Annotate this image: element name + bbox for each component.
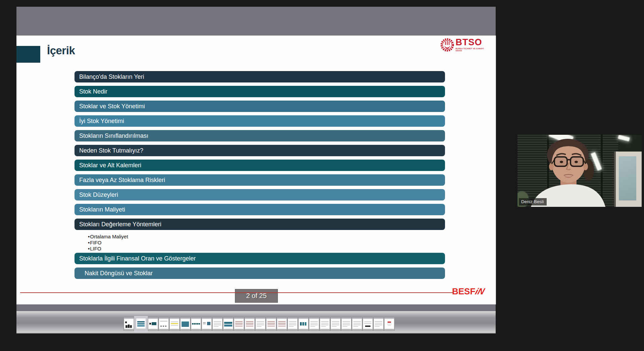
slide-thumbnail[interactable] [287, 317, 298, 331]
slide-thumbnail-page [256, 319, 265, 329]
toc-subitem: FIFO [88, 240, 445, 246]
slide-thumbnail[interactable] [244, 317, 255, 331]
participant-video-tile[interactable]: Deniz Besli [517, 135, 642, 207]
slide-thumbnail[interactable] [373, 317, 384, 331]
slide-thumbnail[interactable] [352, 317, 362, 331]
toc-item: Fazla veya Az Stoklama Riskleri [75, 174, 445, 186]
slide-thumbnail-page [266, 319, 276, 329]
slide-thumbnail[interactable] [169, 317, 180, 331]
slide-thumbnail-page [234, 319, 244, 329]
toc-item: Neden Stok Tutmalıyız? [75, 145, 445, 156]
btso-logo-text: BTSO [455, 37, 482, 47]
toc-item: Nakit Döngüsü ve Stoklar [75, 268, 445, 279]
toc-item: Stok Nedir [75, 86, 445, 97]
slide-thumbnail[interactable] [277, 317, 287, 331]
slide-title: İçerik [47, 44, 75, 57]
slide-thumbnail[interactable] [266, 317, 277, 331]
toc-subitem: LIFO [88, 246, 445, 252]
toc-list: Bilanço'da Stokların YeriStok NedirStokl… [75, 71, 445, 282]
slide-thumbnail[interactable] [212, 317, 223, 331]
besfin-logo-text: BESF [452, 286, 475, 296]
slide-thumbnail[interactable] [298, 317, 309, 331]
slide-thumbnail[interactable] [148, 317, 158, 331]
slide-thumbnail-page [181, 319, 190, 329]
title-accent-block [16, 46, 40, 63]
slide-thumbnail-page [385, 319, 394, 329]
slide-thumbnail[interactable] [223, 317, 234, 331]
screen-share-region: İçerik BTSO BURSA TİCARET VE SANAYİ ODAS… [16, 7, 496, 334]
page-indicator: 2 of 25 [235, 289, 278, 303]
toc-subitem: Ortalama Maliyet [88, 234, 445, 240]
toc-subitems: Ortalama MaliyetFIFOLIFO [75, 233, 445, 253]
slide-thumbnail[interactable] [123, 317, 134, 331]
slide-thumbnail-page [213, 319, 222, 329]
slide-thumbnail-page [352, 319, 362, 329]
slide-thumbnail[interactable] [191, 317, 201, 331]
toc-item: Stok Düzeyleri [75, 189, 445, 200]
slide-thumbnail-page [202, 319, 211, 329]
slide-thumbnail-selected[interactable] [134, 316, 148, 332]
btso-emblem-icon [440, 38, 454, 52]
slide-thumbnail-page [136, 318, 146, 329]
slide-filmstrip [16, 311, 496, 334]
participant-avatar [517, 135, 642, 207]
presentation-chrome-top [16, 7, 496, 36]
btso-logo-subtext: BURSA TİCARET VE SANAYİ ODASI [455, 48, 491, 52]
slide-thumbnail-page [342, 319, 351, 329]
slide-thumbnail[interactable] [384, 317, 395, 331]
btso-logo: BTSO BURSA TİCARET VE SANAYİ ODASI [440, 37, 491, 55]
slide: İçerik BTSO BURSA TİCARET VE SANAYİ ODAS… [16, 36, 496, 304]
toc-item: İyi Stok Yönetimi [75, 115, 445, 127]
slide-thumbnail[interactable] [234, 317, 244, 331]
toc-item: Stokların Maliyeti [75, 204, 445, 215]
slide-thumbnail-page [331, 319, 340, 329]
slide-thumbnail-page [309, 319, 319, 329]
slide-thumbnail-page [170, 319, 179, 329]
slide-thumbnail-page [299, 319, 308, 329]
slide-thumbnail-page [245, 319, 254, 329]
slide-thumbnail-page [374, 319, 383, 329]
meeting-stage: İçerik BTSO BURSA TİCARET VE SANAYİ ODAS… [0, 0, 644, 351]
slide-thumbnail[interactable] [330, 317, 341, 331]
slide-thumbnail[interactable] [309, 317, 319, 331]
slide-thumbnail-page [320, 319, 330, 329]
footer-accent-line [20, 292, 453, 293]
slide-thumbnail[interactable] [319, 317, 330, 331]
toc-item: Stoklarla İlgili Finansal Oran ve Göster… [75, 253, 445, 264]
besfin-logo-suffix: iN [474, 286, 486, 297]
slide-thumbnail[interactable] [341, 317, 352, 331]
slide-thumbnail[interactable] [180, 317, 191, 331]
slide-thumbnail[interactable] [362, 317, 373, 331]
slide-thumbnail-page [124, 319, 134, 329]
slide-thumbnail-page [159, 319, 168, 329]
slide-thumbnail-page [191, 319, 201, 329]
toc-item: Stoklar ve Alt Kalemleri [75, 160, 445, 171]
toc-item: Stoklar ve Stok Yönetimi [75, 101, 445, 112]
slide-thumbnail-page [363, 319, 373, 329]
slide-thumbnail[interactable] [201, 317, 212, 331]
slide-thumbnail[interactable] [158, 317, 169, 331]
slide-thumbnail[interactable] [255, 317, 266, 331]
participant-name-label: Deniz Besli [519, 198, 547, 206]
toc-item: Stokları Değerleme Yöntemleri [75, 219, 445, 230]
slide-thumbnail-page [288, 319, 297, 329]
toc-item: Bilanço'da Stokların Yeri [75, 71, 445, 82]
filmstrip-thumbs [123, 317, 395, 332]
presentation-chrome-bottom [16, 304, 496, 311]
toc-item: Stokların Sınıflandırılması [75, 130, 445, 141]
slide-thumbnail-page [148, 319, 158, 329]
slide-thumbnail-page [277, 319, 287, 329]
slide-thumbnail-page [224, 319, 233, 329]
besfin-logo: BESFiN [452, 286, 484, 297]
